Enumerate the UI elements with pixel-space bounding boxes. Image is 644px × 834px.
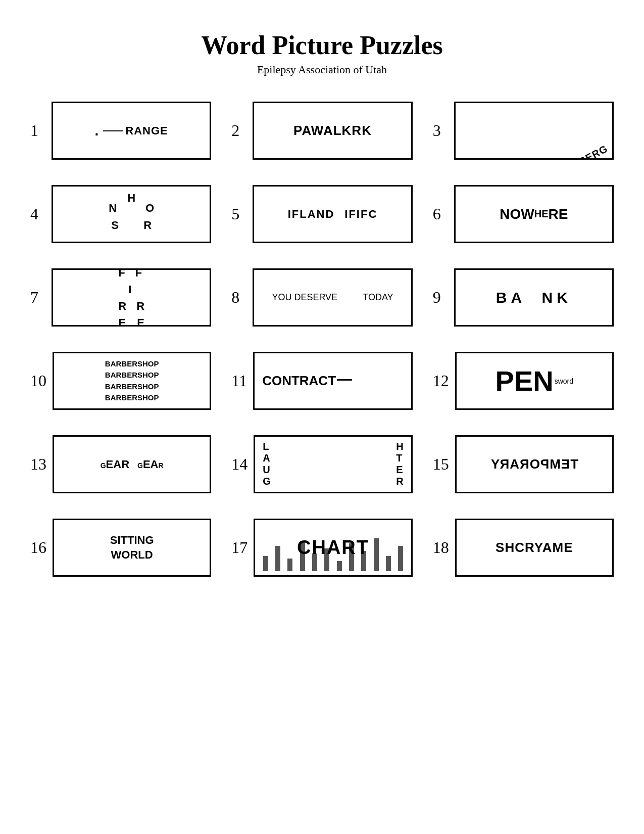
puzzle-cell-14: 14 L A U G H T E R: [231, 435, 412, 493]
p14-R: R: [396, 476, 403, 487]
puzzle-1-content: . RANGE: [95, 123, 168, 139]
puzzle-2-content: PAWALKRK: [293, 123, 372, 138]
p4-R: R: [143, 219, 152, 232]
p7-row2: I: [118, 281, 144, 298]
p10-line3: BARBERSHOP: [105, 381, 159, 393]
p7-R2: R: [136, 298, 144, 314]
puzzle-number-4: 4: [30, 205, 45, 223]
p7-F1: F: [118, 268, 125, 281]
puzzle-box-15: TEMPORARY: [455, 435, 614, 493]
puzzle-cell-11: 11 CONTRACT: [231, 352, 412, 410]
puzzle-5-content: IFLAND IFIFC: [254, 208, 411, 221]
bar-7: [337, 561, 342, 571]
p10-line2: BARBERSHOP: [105, 369, 159, 381]
puzzle-cell-16: 16 SITTING WORLD: [30, 519, 211, 577]
puzzle-box-11: CONTRACT: [253, 352, 413, 410]
p7-F2: F: [135, 268, 142, 281]
puzzle-cell-17: 17 CHART: [231, 519, 412, 577]
puzzle-5-text1: IFLAND: [288, 208, 335, 221]
p7-row1: FF: [118, 268, 144, 281]
p14-H: H: [396, 441, 403, 452]
puzzle-number-18: 18: [433, 538, 449, 557]
puzzle-cell-5: 5 IFLAND IFIFC: [231, 185, 412, 243]
puzzle-box-9: BA NK: [454, 268, 614, 327]
puzzle-number-15: 15: [433, 455, 449, 474]
puzzle-9-content: BA NK: [496, 289, 572, 306]
puzzle-cell-18: 18 SHCRYAME: [433, 519, 614, 577]
puzzle-cell-15: 15 TEMPORARY: [433, 435, 614, 493]
p16-line2: WORLD: [111, 548, 153, 563]
p10-line1: BARBERSHOP: [105, 358, 159, 370]
bar-1: [263, 556, 268, 571]
puzzle-1-range: RANGE: [125, 124, 168, 137]
puzzle-cell-9: 9 BA NK: [433, 268, 614, 327]
puzzle-6-content: NOWHERE: [500, 206, 568, 222]
puzzle-1-blank: [103, 130, 123, 131]
puzzle-cell-4: 4 H O R S N: [30, 185, 211, 243]
puzzle-box-14: L A U G H T E R: [254, 435, 412, 493]
puzzle-13-gear2: GEAR: [137, 458, 164, 471]
p14-E: E: [396, 464, 403, 476]
puzzle-number-10: 10: [30, 372, 46, 390]
bar-12: [398, 546, 403, 571]
bar-2: [275, 546, 280, 571]
puzzle-box-8: YOU DESERVE TODAY: [253, 268, 412, 327]
puzzle-number-6: 6: [433, 205, 448, 223]
p7-row3: RR: [118, 298, 144, 314]
p7-I: I: [128, 281, 131, 298]
p13-g1-main: EAR: [106, 458, 129, 471]
puzzle-number-9: 9: [433, 288, 448, 307]
puzzle-13-gear1: GEAR: [101, 458, 129, 471]
puzzle-4-circular: H O R S N: [109, 192, 154, 237]
puzzle-number-11: 11: [231, 372, 247, 390]
puzzle-3-wrapper: ICEBERG: [456, 103, 612, 158]
puzzle-number-13: 13: [30, 455, 46, 474]
puzzle-6-now: NOW: [500, 206, 534, 222]
puzzle-number-3: 3: [433, 121, 448, 140]
puzzle-6-he: HE: [534, 208, 549, 220]
puzzle-3-text: ICEBERG: [561, 143, 610, 158]
puzzle-14-left: L A U G: [263, 441, 271, 488]
puzzle-14-right: H T E R: [396, 441, 403, 488]
puzzle-cell-3: 3 ICEBERG: [433, 102, 614, 160]
puzzle-number-12: 12: [433, 372, 449, 390]
p4-O: O: [145, 202, 154, 215]
puzzle-cell-8: 8 YOU DESERVE TODAY: [231, 268, 412, 327]
bar-10: [374, 538, 379, 571]
p7-E2: E: [137, 314, 144, 327]
puzzle-11-line: [337, 379, 352, 381]
puzzle-number-2: 2: [231, 121, 246, 140]
puzzle-box-2: PAWALKRK: [253, 102, 412, 160]
puzzle-11-content: CONTRACT: [255, 373, 411, 389]
puzzle-10-content: BARBERSHOP BARBERSHOP BARBERSHOP BARBERS…: [100, 354, 164, 408]
puzzle-12-sword: sword: [555, 377, 573, 385]
p14-A: A: [263, 452, 270, 464]
puzzle-18-content: SHCRYAME: [496, 540, 573, 555]
p14-L: L: [263, 441, 269, 452]
p14-T: T: [396, 452, 402, 464]
puzzle-cell-13: 13 GEAR GEAR: [30, 435, 211, 493]
page-title: Word Picture Puzzles: [30, 30, 614, 60]
bar-11: [386, 556, 391, 571]
p7-E1: E: [118, 314, 126, 327]
puzzle-13-content: GEAR GEAR: [101, 458, 164, 471]
p4-S: S: [111, 219, 119, 232]
puzzle-number-14: 14: [231, 455, 247, 474]
puzzle-16-content: SITTING WORLD: [110, 533, 154, 562]
puzzle-17-text: CHART: [297, 537, 369, 558]
p4-N: N: [109, 202, 117, 215]
puzzle-6-re: RE: [548, 206, 568, 222]
puzzle-8-text1: YOU DESERVE: [272, 292, 337, 303]
p13-g2-sup: R: [159, 461, 164, 470]
puzzle-8-text2: TODAY: [363, 292, 393, 303]
puzzle-17-overlay: CHART: [297, 537, 369, 559]
puzzle-box-4: H O R S N: [52, 185, 211, 243]
puzzle-number-5: 5: [231, 205, 246, 223]
puzzle-cell-1: 1 . RANGE: [30, 102, 211, 160]
puzzle-box-7: FF I RR EE: [52, 268, 211, 327]
puzzle-box-18: SHCRYAME: [455, 519, 614, 577]
puzzle-11-text: CONTRACT: [262, 373, 336, 389]
puzzle-number-1: 1: [30, 121, 45, 140]
p7-R1: R: [118, 298, 126, 314]
puzzle-number-17: 17: [231, 538, 247, 557]
